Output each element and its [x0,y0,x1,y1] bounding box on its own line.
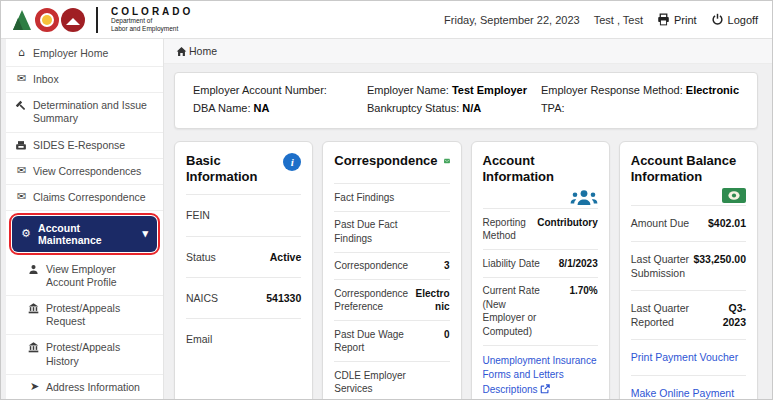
gavel-icon [15,99,28,112]
basic-information-card: Basic Information i FEIN Status Active [174,141,313,399]
bankruptcy-status-label: Bankruptcy Status: [367,102,459,114]
print-payment-voucher-link[interactable]: Print Payment Voucher [631,351,738,363]
make-online-payment-link[interactable]: Make Online Payment [631,387,734,399]
response-method-value: Electronic [686,84,739,96]
sidebar-item-employer-home[interactable]: ⌂ Employer Home [6,41,163,67]
gears-icon: ⚙ [21,227,32,240]
last-quarter-reported-row: Last Quarter Reported Q3-2023 [631,290,746,339]
envelope-icon [444,153,450,169]
annotation-highlight-account-maintenance: ⚙ Account Maintenance ▾ [9,213,160,255]
email-row: Email [186,318,301,359]
sidebar-nav: ⌂ Employer Home ✉ Inbox Determination an… [6,39,164,399]
external-link-icon [540,384,550,399]
reporting-method-row: Reporting Method Contributory [483,208,598,249]
logoff-label: Logoff [728,14,758,26]
logged-in-user: Test , Test [594,14,643,26]
bank-icon [28,302,41,314]
naics-row: NAICS 541330 [186,277,301,318]
brand-divider [96,7,98,33]
print-voucher-link-row: Print Payment Voucher [631,339,746,375]
status-row: Status Active [186,236,301,277]
power-icon [711,13,724,26]
correspondence-preference-row: Correspondence Preference Electronic [334,279,449,320]
last-quarter-submission-row: Last Quarter Submission $33,250.00 [631,241,746,290]
envelope-icon: ✉ [15,165,28,177]
liability-date-link[interactable]: Liability Date [483,257,544,271]
current-date: Friday, September 22, 2023 [444,14,580,26]
naics-link[interactable]: 541330 [266,291,301,305]
bank-icon [28,341,41,353]
users-group-icon [570,188,598,206]
amount-due-row: Amount Due $402.01 [631,205,746,240]
user-icon [28,263,41,275]
past-due-fact-findings-row: Past Due Fact Findings [334,211,449,252]
top-header: COLORADO Department of Labor and Employm… [1,1,772,39]
online-payment-link-row: Make Online Payment [631,375,746,399]
cdle-employer-services-row: CDLE Employer Services [334,361,449,399]
past-due-wage-report-row: Past Due Wage Report 0 [334,320,449,361]
current-rate-row: Current Rate (New Employer or Computed) … [483,277,598,345]
cdle-logo: COLORADO Department of Labor and Employm… [11,6,193,33]
sidebar-item-claims-correspondence[interactable]: ✉ Claims Correspondence [6,185,163,211]
sidebar-item-determination-summary[interactable]: Determination and Issue Summary [6,93,163,132]
employer-summary-bar: Employer Account Number: DBA Name: NA Em… [174,72,758,129]
tpa-label: TPA: [541,102,565,114]
dba-name-label: DBA Name: [193,102,250,114]
money-bill-icon [722,188,746,203]
sidebar-item-account-maintenance[interactable]: ⚙ Account Maintenance ▾ [12,216,157,252]
account-balance-card: Account Balance Information Amount Due [619,141,758,399]
sidebar-item-protest-appeals-request[interactable]: Protest/Appeals Request [6,296,163,335]
fein-row: FEIN [186,194,301,235]
sidebar-item-protest-appeals-history[interactable]: Protest/Appeals History [6,335,163,374]
employer-account-number-label: Employer Account Number: [193,84,327,96]
bankruptcy-status-value: N/A [462,102,481,114]
logoff-button[interactable]: Logoff [711,13,758,26]
basic-information-title: Basic Information [186,153,277,184]
envelope-icon: ✉ [15,73,28,85]
home-icon [176,46,187,57]
info-icon[interactable]: i [283,153,301,171]
brand-state-name: COLORADO [111,6,193,17]
correspondence-count-row: Correspondence 3 [334,252,449,280]
ui-forms-link-row: Unemployment Insurance Forms and Letters… [483,345,598,399]
account-information-card: Account Information [471,141,610,399]
employer-name-label: Employer Name: [367,84,449,96]
location-arrow-icon: ➤ [28,381,41,393]
envelope-icon: ✉ [15,191,28,203]
employer-name-value: Test Employer [452,84,527,96]
fax-icon [15,139,28,152]
print-label: Print [674,14,697,26]
correspondence-card: Correspondence Fact Findings Past Due Fa… [322,141,461,399]
response-method-label: Employer Response Method: [541,84,683,96]
sidebar-item-view-employer-account-profile[interactable]: View Employer Account Profile [6,257,163,296]
correspondence-title: Correspondence [334,153,437,169]
cdle-seal-icon [61,8,85,32]
brand-dept-line2: Labor and Employment [111,25,193,33]
sidebar-item-address-information[interactable]: ➤ Address Information [6,375,163,399]
chevron-down-icon: ▾ [142,227,148,240]
breadcrumb-home-link[interactable]: Home [189,45,217,57]
colorado-c-icon [35,8,59,32]
fact-findings-row: Fact Findings [334,183,449,211]
printer-icon [657,13,670,26]
sidebar-item-sides-eresponse[interactable]: SIDES E-Response [6,133,163,159]
breadcrumb: Home [164,39,772,64]
account-balance-title: Account Balance Information [631,153,746,184]
sidebar-item-view-correspondences[interactable]: ✉ View Correspondences [6,159,163,185]
home-icon: ⌂ [15,47,28,59]
account-information-title: Account Information [483,153,598,184]
mountain-icon [11,8,33,32]
app-window: COLORADO Department of Labor and Employm… [0,0,773,400]
brand-dept-line1: Department of [111,17,193,25]
print-button[interactable]: Print [657,13,697,26]
dba-name-value: NA [254,102,270,114]
sidebar-item-inbox[interactable]: ✉ Inbox [6,67,163,93]
liability-date-row: Liability Date 8/1/2023 [483,249,598,277]
